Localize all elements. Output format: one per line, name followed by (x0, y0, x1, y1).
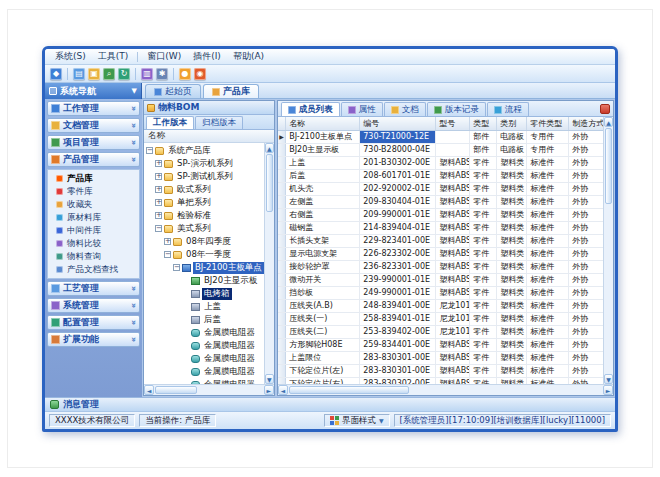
panel-menu-icon[interactable] (600, 104, 610, 114)
scroll-right-icon[interactable]: ► (264, 385, 274, 395)
menu-plugins[interactable]: 插件(I) (187, 49, 227, 64)
table-row[interactable]: 压线夹(A.B)248-839401-00E尼龙1010零件塑料类标准件外协条 (278, 299, 603, 312)
tree-item[interactable]: +SP-测试机系列 (144, 170, 264, 183)
tab-product-library[interactable]: 产品库 (203, 84, 259, 98)
row-selector[interactable] (278, 221, 286, 234)
table-row[interactable]: 挡纱板249-990001-01E塑料ABS零件塑料类标准件外协个 (278, 286, 603, 299)
tree-expander-icon[interactable]: − (155, 225, 162, 232)
tree-expander-icon[interactable]: + (155, 186, 162, 193)
tree-expander-icon[interactable]: − (173, 264, 180, 271)
tree-item[interactable]: 金属膜电阻器 (144, 352, 264, 365)
sidebar-section-work[interactable]: 工作管理» (47, 101, 140, 116)
home-icon[interactable]: ◆ (50, 68, 62, 80)
row-selector[interactable] (278, 338, 286, 351)
table-row[interactable]: 压线夹(一)258-839401-01E尼龙1010零件塑料类标准件外协条 (278, 312, 603, 325)
sidebar-item-favorites[interactable]: 收藏夹 (48, 198, 139, 211)
bom-tree-horizontal-scrollbar[interactable]: ◄ ► (144, 384, 274, 395)
table-row[interactable]: 下轮定位片(左)283-830301-00E塑料ABS零件塑料类标准件外协个 (278, 364, 603, 377)
tree-expander-icon[interactable]: − (164, 251, 171, 258)
row-selector[interactable] (278, 195, 286, 208)
scroll-up-icon[interactable]: ▲ (604, 117, 613, 127)
tree-item[interactable]: −08年一季度 (144, 248, 264, 261)
tab-version-history[interactable]: 版本记录 (427, 102, 486, 116)
sidebar-section-product[interactable]: 产品管理» (47, 152, 140, 167)
tree-item[interactable]: −系统产品库 (144, 144, 264, 157)
tab-working-version[interactable]: 工作版本 (146, 116, 194, 129)
sidebar-item-parts-library[interactable]: 零件库 (48, 185, 139, 198)
row-selector[interactable] (278, 377, 286, 384)
table-row[interactable]: 长插头支架229-823401-00E塑料ABS零件塑料类标准件外协个 (278, 234, 603, 247)
tree-expander-icon[interactable]: + (155, 173, 162, 180)
tree-expander-icon[interactable]: + (164, 238, 171, 245)
tab-start-page[interactable]: 起始页 (145, 84, 201, 98)
menu-window[interactable]: 窗口(W) (141, 49, 187, 64)
row-selector[interactable] (278, 260, 286, 273)
tree-item[interactable]: +单把系列 (144, 196, 264, 209)
row-selector[interactable] (278, 286, 286, 299)
sidebar-item-product-doc-search[interactable]: 产品文档查找 (48, 263, 139, 276)
new-doc-icon[interactable]: ▤ (73, 68, 85, 80)
table-row[interactable]: BJ20主显示板730-B28000-04E部件电路板专用件外协颗 (278, 143, 603, 156)
tree-expander-icon[interactable]: + (155, 212, 162, 219)
table-row[interactable]: 磁钢盖214-839404-01E塑料ABS零件塑料类标准件外协个 (278, 221, 603, 234)
row-selector[interactable] (278, 143, 286, 156)
scroll-right-icon[interactable]: ► (603, 385, 613, 395)
column-header-model[interactable]: 型号 (436, 117, 470, 130)
column-header-category[interactable]: 类别 (497, 117, 527, 130)
refresh-icon[interactable]: ↻ (118, 68, 130, 80)
tree-item[interactable]: −BJ-2100主板单点 (144, 261, 264, 274)
menu-tools[interactable]: 工具(T) (92, 49, 135, 64)
row-selector[interactable] (278, 312, 286, 325)
row-selector[interactable] (278, 273, 286, 286)
column-header-make-method[interactable]: 制造方式 (569, 117, 603, 130)
tree-item[interactable]: +欧式系列 (144, 183, 264, 196)
scroll-down-icon[interactable]: ▼ (265, 374, 274, 384)
sidebar-section-document[interactable]: 文档管理» (47, 118, 140, 133)
table-row[interactable]: 机头壳202-920002-01E塑料ABS零件塑料类标准件外协个 (278, 182, 603, 195)
lock-icon[interactable]: ● (179, 68, 191, 80)
row-selector[interactable] (278, 208, 286, 221)
sidebar-item-raw-material-library[interactable]: 原材料库 (48, 211, 139, 224)
sidebar-item-middleware-library[interactable]: 中间件库 (48, 224, 139, 237)
tree-item[interactable]: 电烤箱 (144, 287, 264, 300)
row-selector[interactable] (278, 247, 286, 260)
tab-archived-version[interactable]: 归档版本 (195, 116, 243, 129)
table-row[interactable]: 接纱轮护罩236-823301-00E塑料ABS零件塑料类标准件外协个 (278, 260, 603, 273)
column-header-code[interactable]: 编号 (360, 117, 436, 130)
message-manager-bar[interactable]: 消息管理 (45, 397, 615, 411)
scroll-down-icon[interactable]: ▼ (604, 374, 613, 384)
table-row[interactable]: 方形脚轮H08E259-834401-00E塑料ABS零件塑料类标准件外协个 (278, 338, 603, 351)
row-selector[interactable] (278, 325, 286, 338)
table-vertical-scrollbar[interactable]: ▲ ▼ (603, 117, 613, 384)
settings-icon[interactable]: ✱ (156, 68, 168, 80)
scroll-thumb[interactable] (289, 386, 409, 394)
table-row[interactable]: 上盖限位283-830301-00E塑料ABS零件塑料类标准件外协个 (278, 351, 603, 364)
table-row[interactable]: 下轮定位片(右)283-830302-00E塑料ABS零件塑料类标准件外协个 (278, 377, 603, 384)
table-row[interactable]: 右侧盖209-990001-01E塑料ABS零件塑料类标准件外协个 (278, 208, 603, 221)
tab-documents[interactable]: 文档 (384, 102, 426, 116)
tab-properties[interactable]: 属性 (341, 102, 383, 116)
tree-item[interactable]: +检验标准 (144, 209, 264, 222)
tree-expander-icon[interactable]: − (146, 147, 153, 154)
scroll-thumb[interactable] (605, 128, 612, 204)
sidebar-section-system[interactable]: 系统管理» (47, 298, 140, 313)
tree-item[interactable]: 金属膜电阻器 (144, 326, 264, 339)
row-selector[interactable] (278, 156, 286, 169)
table-row[interactable]: 微动开关239-990001-01E塑料ABS零件塑料类标准件外协个 (278, 273, 603, 286)
sidebar-section-config[interactable]: 配置管理» (47, 315, 140, 330)
tab-workflow[interactable]: 流程 (487, 102, 529, 116)
menu-help[interactable]: 帮助(A) (227, 49, 270, 64)
scroll-thumb[interactable] (155, 386, 197, 394)
sidebar-section-process[interactable]: 工艺管理» (47, 281, 140, 296)
table-row[interactable]: 后盖208-601701-01E塑料ABS零件塑料类标准件外协个 (278, 169, 603, 182)
tree-item[interactable]: 金属膜电阻器 (144, 339, 264, 352)
report-icon[interactable]: ▥ (141, 68, 153, 80)
exit-icon[interactable]: ◉ (194, 68, 206, 80)
row-selector[interactable] (278, 182, 286, 195)
table-row[interactable]: 显示电源支架226-823302-00E塑料ABS零件塑料类标准件外协个 (278, 247, 603, 260)
tree-item[interactable]: 后盖 (144, 313, 264, 326)
table-row[interactable]: 压线夹(二)253-839402-00E尼龙1010零件塑料类标准件外协条 (278, 325, 603, 338)
row-selector[interactable] (278, 364, 286, 377)
row-selector[interactable] (278, 169, 286, 182)
tree-expander-icon[interactable]: + (155, 160, 162, 167)
